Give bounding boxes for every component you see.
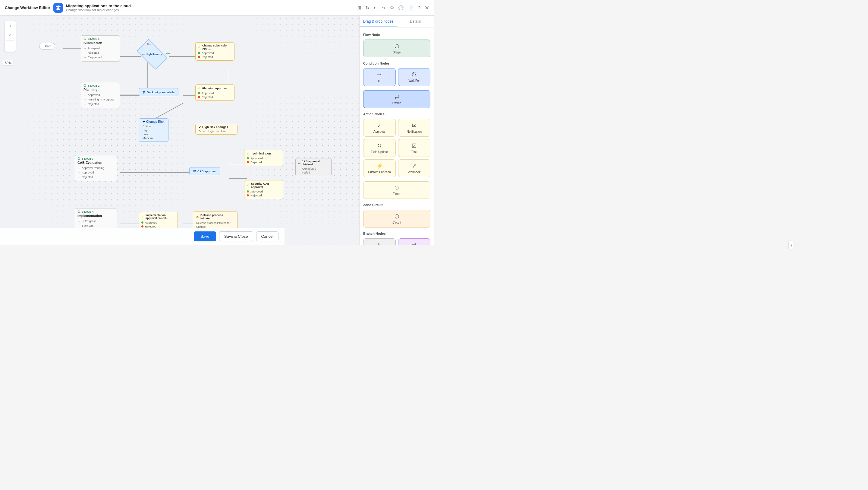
switch-icon: ⇄: [365, 93, 428, 100]
stage3-name: CAB Evaluation: [75, 161, 117, 166]
high-risk-node[interactable]: ✓ High risk changes Group : High risk ch…: [195, 124, 238, 135]
planning-approval-header: ✓ Planning Approval: [195, 85, 234, 91]
if-node-card[interactable]: ⇀ IF: [363, 68, 396, 86]
approval-node-card[interactable]: ✓ Approval: [363, 119, 396, 137]
fork-node-card[interactable]: ⑂ Fork: [363, 238, 396, 245]
release-initiated-header: ✉ Release process initiated: [196, 213, 234, 220]
notification-label: Notification: [400, 130, 429, 133]
right-panel: Drag & drop nodes Details Flow Node ⬡ St…: [359, 16, 434, 245]
risk-critical: Critical: [143, 124, 164, 128]
circuit-label: Circuit: [365, 221, 428, 224]
circuit-icon: ⬡: [365, 213, 428, 220]
task-node-card[interactable]: ☑ Task: [398, 139, 431, 157]
if-label: IF: [365, 79, 394, 83]
zoho-circuit-title: Zoho Circuit: [363, 203, 430, 207]
workflow-canvas-area[interactable]: + ⤢ − 80%: [0, 16, 359, 245]
webhook-node-card[interactable]: ⤢ Webhook: [398, 159, 431, 177]
cancel-button[interactable]: Cancel: [256, 231, 278, 241]
stage1-node[interactable]: ⬡ STAGE 1 Submission →Accepted →Rejected…: [81, 35, 120, 62]
action-nodes-grid: ✓ Approval ✉ Notification ↻ Field Update…: [363, 119, 430, 177]
stage3-node[interactable]: ⬡ STAGE 3 CAB Evaluation →Approval Pendi…: [75, 155, 117, 181]
submission-rejected: Rejected: [195, 55, 234, 59]
stage2-item-in-progress: →Planning In Progress: [81, 97, 120, 102]
stage2-header: ⬡ STAGE 2: [81, 82, 120, 88]
field-update-icon: ↻: [365, 142, 394, 149]
stage-icon: ⬡: [365, 43, 428, 50]
connections-layer: [0, 16, 359, 245]
panel-content: Flow Node ⬡ Stage Condition Nodes ⇀ IF ⏱…: [360, 27, 434, 245]
planning-approval-node[interactable]: ✓ Planning Approval Approved Rejected: [195, 85, 235, 101]
save-close-button[interactable]: Save & Close: [219, 231, 253, 241]
close-icon[interactable]: ✕: [425, 4, 429, 11]
action-nodes-title: Action Nodes: [363, 112, 430, 116]
grid-icon[interactable]: ⊞: [358, 5, 361, 10]
cab-obtained-header: ⇄ CAB approval obtained: [296, 158, 331, 167]
technical-approved: Approved: [244, 156, 283, 160]
change-risk-node[interactable]: ⇄ Change Risk Critical High Low Medium: [138, 118, 168, 142]
high-priority-node[interactable]: ⇄High Priority No Yes: [138, 46, 166, 63]
settings-icon[interactable]: ⚙: [390, 5, 394, 10]
security-approved: Approved: [244, 190, 283, 194]
help-icon[interactable]: ?: [418, 5, 421, 10]
save-button[interactable]: Save: [194, 231, 216, 241]
stage-node-card[interactable]: ⬡ Stage: [363, 39, 430, 57]
technical-cab-header: ✓ Technical CAB: [244, 150, 283, 156]
risk-medium: Medium: [143, 136, 164, 140]
custom-function-node-card[interactable]: ⚡ Custom Function: [363, 159, 396, 177]
circuit-node-card[interactable]: ⬡ Circuit: [363, 210, 430, 228]
export-icon[interactable]: 📄: [408, 5, 414, 10]
tab-drag-drop[interactable]: Drag & drop nodes: [360, 16, 397, 27]
tab-details[interactable]: Details: [397, 16, 434, 27]
cab-obtained-node[interactable]: ⇄ CAB approval obtained →Completed →Fail…: [296, 158, 332, 176]
switch-label: Switch: [365, 102, 428, 105]
join-node-card[interactable]: ⇉ Join: [398, 238, 431, 245]
stage2-node[interactable]: ⬡ STAGE 2 Planning →Approved →Planning I…: [81, 82, 120, 108]
workflow-title: Migrating applications to the cloud: [66, 4, 131, 8]
field-update-node-card[interactable]: ↻ Field Update: [363, 139, 396, 157]
planning-approved: Approved: [195, 91, 234, 95]
stage-label: Stage: [365, 51, 428, 54]
planning-rejected: Rejected: [195, 95, 234, 99]
stage3-approval-pending: →Approval Pending: [75, 166, 117, 170]
stage4-in-progress: →In Progress: [75, 219, 117, 223]
approval-icon: ✓: [365, 122, 394, 129]
flow-node-title: Flow Node: [363, 33, 430, 36]
switch-node-card[interactable]: ⇄ Switch: [363, 90, 430, 108]
stage1-item-rejected: →Rejected: [81, 50, 120, 55]
stage2-item-approved: →Approved: [81, 93, 120, 97]
workflow-subtitle: Change workflow for major changes.: [66, 8, 131, 12]
join-icon: ⇉: [400, 242, 429, 245]
history-icon[interactable]: 🕐: [398, 5, 404, 10]
technical-cab-node[interactable]: ✓ Technical CAB Approved Rejected: [244, 150, 283, 166]
security-cab-node[interactable]: ✓ Security CAB approval Approved Rejecte…: [244, 180, 283, 199]
security-cab-header: ✓ Security CAB approval: [244, 180, 283, 190]
notification-node-card[interactable]: ✉ Notification: [398, 119, 431, 137]
start-label: Start: [44, 45, 51, 48]
cab-completed: →Completed: [296, 167, 331, 171]
task-icon: ☑: [400, 142, 429, 149]
change-submission-node[interactable]: ✓ Change Submission Appr... Approved Rej…: [195, 42, 235, 61]
risk-high: High: [143, 128, 164, 132]
condition-nodes-title: Condition Nodes: [363, 62, 430, 65]
waitfor-node-card[interactable]: ⏱ Wait For: [398, 68, 431, 86]
custom-function-icon: ⚡: [365, 163, 394, 169]
redo-icon[interactable]: ↪: [382, 5, 386, 10]
stage3-rejected: →Rejected: [75, 175, 117, 179]
submission-approved: Approved: [195, 51, 234, 55]
implementation-pre-header: ✓ Implementation approval pre-rel...: [139, 212, 178, 221]
branch-nodes-grid: ⑂ Fork ⇉ Join: [363, 238, 430, 245]
if-icon: ⇀: [365, 71, 394, 78]
refresh-icon[interactable]: ↻: [366, 5, 370, 10]
implementation-pre-node[interactable]: ✓ Implementation approval pre-rel... App…: [138, 212, 178, 230]
condition-nodes-grid: ⇀ IF ⏱ Wait For: [363, 68, 430, 86]
stage1-item-accepted: →Accepted: [81, 46, 120, 50]
stage1-item-requested: →Requested: [81, 55, 120, 59]
backout-plan-node[interactable]: ⇄ Backout plan details: [138, 88, 179, 96]
timer-node-card[interactable]: ⏲ Timer: [363, 181, 430, 199]
stage2-name: Planning: [81, 88, 120, 93]
webhook-icon: ⤢: [400, 163, 429, 169]
fork-icon: ⑂: [365, 242, 394, 245]
undo-icon[interactable]: ↩: [374, 5, 378, 10]
cab-approval-node[interactable]: ⇄ CAB approval: [189, 167, 220, 175]
waitfor-icon: ⏱: [400, 71, 429, 78]
